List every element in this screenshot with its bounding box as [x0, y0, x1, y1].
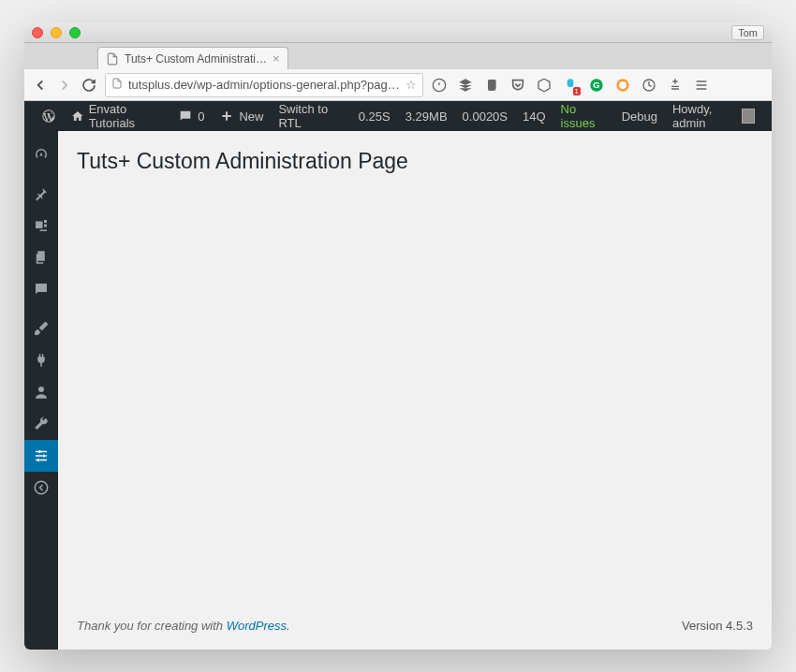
window-minimize-button[interactable]: [51, 27, 62, 38]
evernote-icon[interactable]: [483, 77, 500, 94]
menu-dashboard[interactable]: [24, 139, 58, 170]
extension-icon[interactable]: [614, 77, 631, 94]
file-icon: [106, 52, 119, 66]
extension-icon[interactable]: [536, 77, 553, 94]
comments-menu[interactable]: 0: [170, 101, 212, 131]
debug-db[interactable]: 0.0020S: [455, 101, 515, 131]
plus-icon: [219, 109, 234, 124]
howdy-label: Howdy, admin: [672, 102, 737, 130]
debug-label: Debug: [622, 110, 657, 124]
back-button[interactable]: [32, 77, 49, 94]
menu-tools[interactable]: [24, 408, 58, 440]
forward-button[interactable]: [56, 77, 73, 94]
footer-thanks-text: Thank you for creating with: [77, 619, 227, 633]
plug-icon: [33, 352, 50, 369]
reload-button[interactable]: [81, 77, 97, 94]
tab-strip: Tuts+ Custom Administrati… ×: [24, 43, 772, 69]
wordpress-icon: [41, 109, 56, 124]
menu-settings[interactable]: [24, 440, 58, 472]
dashboard-icon: [33, 146, 50, 163]
buffer-icon[interactable]: [457, 77, 474, 94]
new-content-menu[interactable]: New: [212, 101, 271, 131]
menu-posts[interactable]: [24, 178, 58, 210]
no-issues-indicator[interactable]: No issues: [553, 101, 614, 131]
home-icon: [71, 109, 84, 124]
footer-period: .: [287, 619, 290, 633]
collapse-icon: [33, 479, 50, 496]
url-text: tutsplus.dev/wp-admin/options-general.ph…: [128, 78, 400, 92]
account-menu[interactable]: Howdy, admin: [665, 101, 762, 131]
svg-point-15: [35, 481, 48, 494]
page-title: Tuts+ Custom Administration Page: [77, 140, 753, 178]
traffic-lights: [32, 27, 81, 38]
url-toolbar: tutsplus.dev/wp-admin/options-general.ph…: [24, 69, 772, 101]
menu-pages[interactable]: [24, 241, 58, 273]
svg-point-14: [37, 459, 40, 461]
menu-comments[interactable]: [24, 273, 58, 305]
comments-count: 0: [198, 110, 204, 124]
extension-icons: 1 G: [431, 77, 710, 94]
main-area: Tuts+ Custom Administration Page Thank y…: [58, 131, 772, 650]
pages-icon: [33, 249, 50, 266]
site-title-label: Envato Tutorials: [89, 102, 164, 130]
wordpress-link[interactable]: WordPress: [227, 619, 287, 633]
menu-users[interactable]: [24, 376, 58, 408]
mem-label: 3.29MB: [405, 110, 448, 124]
no-issues-label: No issues: [561, 102, 607, 130]
switch-rtl-button[interactable]: Switch to RTL: [271, 101, 350, 131]
browser-tab[interactable]: Tuts+ Custom Administrati… ×: [97, 47, 288, 69]
pocket-icon[interactable]: [509, 77, 526, 94]
site-name-menu[interactable]: Envato Tutorials: [64, 101, 170, 131]
window-maximize-button[interactable]: [69, 27, 81, 38]
sliders-icon: [33, 447, 50, 464]
file-icon: [111, 78, 123, 92]
extension-icon[interactable]: [667, 77, 684, 94]
close-tab-icon[interactable]: ×: [273, 51, 280, 66]
wrench-icon: [33, 416, 50, 432]
grammarly-icon[interactable]: G: [588, 77, 605, 94]
time-label: 0.25S: [359, 110, 391, 124]
svg-point-12: [38, 450, 41, 453]
svg-point-13: [43, 455, 46, 458]
db-label: 0.0020S: [463, 110, 508, 124]
extension-icon[interactable]: [641, 77, 657, 94]
debug-memory[interactable]: 3.29MB: [398, 101, 455, 131]
svg-point-11: [38, 387, 44, 392]
wp-content-row: Tuts+ Custom Administration Page Thank y…: [24, 131, 772, 650]
avatar: [742, 109, 755, 124]
brush-icon: [33, 320, 50, 337]
badge: 1: [573, 87, 581, 95]
menu-appearance[interactable]: [24, 313, 58, 344]
menu-plugins[interactable]: [24, 344, 58, 376]
bookmark-star-icon[interactable]: ☆: [405, 78, 417, 92]
wp-admin-bar: Envato Tutorials 0 New Switch to RTL 0.2…: [24, 101, 772, 131]
debug-menu[interactable]: Debug: [614, 101, 665, 131]
rtl-label: Switch to RTL: [278, 102, 343, 130]
media-icon: [33, 217, 50, 234]
chrome-profile-button[interactable]: Tom: [731, 25, 764, 40]
wp-logo-menu[interactable]: [34, 101, 64, 131]
comment-icon: [33, 281, 50, 298]
menu-icon[interactable]: [693, 77, 710, 94]
version-label: Version 4.5.3: [682, 619, 753, 633]
admin-sidebar: [24, 131, 58, 650]
tab-title: Tuts+ Custom Administrati…: [125, 52, 267, 66]
titlebar: Tom: [24, 22, 772, 43]
wp-footer: Thank you for creating with WordPress. V…: [58, 609, 772, 650]
address-bar[interactable]: tutsplus.dev/wp-admin/options-general.ph…: [105, 73, 423, 97]
extension-icon[interactable]: 1: [562, 77, 579, 94]
window-close-button[interactable]: [32, 27, 43, 38]
menu-collapse[interactable]: [24, 472, 58, 504]
extension-icon[interactable]: [431, 77, 448, 94]
new-label: New: [239, 110, 263, 124]
debug-time[interactable]: 0.25S: [351, 101, 398, 131]
wordpress-body: Envato Tutorials 0 New Switch to RTL 0.2…: [24, 101, 772, 650]
user-icon: [33, 384, 50, 401]
comment-icon: [178, 109, 193, 124]
svg-text:G: G: [593, 80, 599, 90]
pin-icon: [33, 185, 50, 202]
debug-queries[interactable]: 14Q: [515, 101, 553, 131]
queries-label: 14Q: [523, 110, 546, 124]
menu-media[interactable]: [24, 210, 58, 241]
browser-window: Tom Tuts+ Custom Administrati… × tutsplu…: [24, 22, 772, 650]
